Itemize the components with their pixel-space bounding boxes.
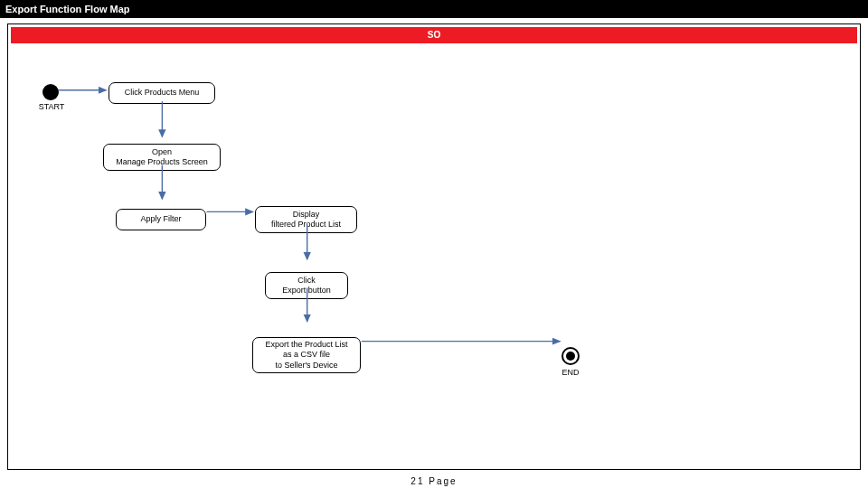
node-text-line2: as a CSV file <box>283 350 330 360</box>
node-display-filtered-list: Display filtered Product List <box>255 206 357 233</box>
start-node <box>42 84 59 100</box>
title-bar: Export Function Flow Map <box>0 0 868 18</box>
start-label: START <box>33 102 70 111</box>
footer-text: 21 Page <box>410 476 457 486</box>
node-apply-filter: Apply Filter <box>116 209 206 230</box>
end-node-inner <box>566 352 575 361</box>
node-export-csv: Export the Product List as a CSV file to… <box>252 337 361 373</box>
node-text-line1: Display <box>293 210 320 220</box>
node-text-line2: Manage Products Screen <box>116 157 208 167</box>
node-text-line1: Export the Product List <box>265 340 347 350</box>
title-text: Export Function Flow Map <box>5 4 130 14</box>
node-text-line1: Open <box>152 147 172 157</box>
node-text: Apply Filter <box>140 214 181 224</box>
node-text-line3: to Seller's Device <box>275 361 337 371</box>
node-text: Click Products Menu <box>125 88 200 98</box>
node-open-manage-products: Open Manage Products Screen <box>103 144 221 171</box>
node-text-line2: filtered Product List <box>271 220 341 230</box>
node-click-export-button: Click Export button <box>265 272 348 299</box>
flow-canvas: START Click Products Menu Open Manage Pr… <box>8 46 860 469</box>
node-text-line2: Export button <box>282 286 331 296</box>
footer: 21 Page <box>0 476 868 486</box>
header-bar: SO <box>11 27 857 43</box>
end-node <box>561 347 580 365</box>
arrows-layer <box>8 46 860 469</box>
node-click-products-menu: Click Products Menu <box>108 82 215 104</box>
node-text-line1: Click <box>297 276 316 286</box>
end-label: END <box>558 368 583 377</box>
page-frame: SO START Click Products Menu Open Manage… <box>7 23 861 470</box>
header-label: SO <box>428 30 440 40</box>
